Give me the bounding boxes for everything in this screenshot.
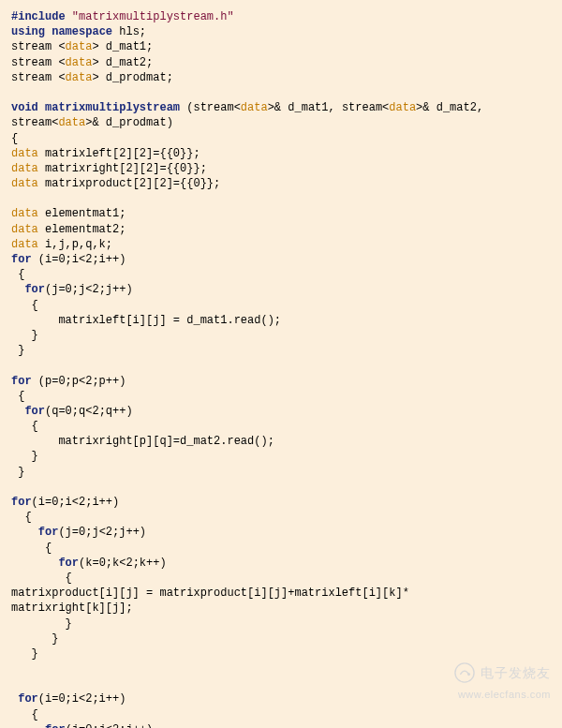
brace-close: } xyxy=(32,647,38,661)
brace-open: { xyxy=(32,420,38,433)
brace-open: { xyxy=(45,542,52,555)
type-data: data xyxy=(11,238,38,251)
type-data: data xyxy=(11,147,38,160)
decl-elementmat2: elementmat2; xyxy=(38,223,126,236)
brace-close: } xyxy=(18,344,24,357)
keyword-for: for xyxy=(11,253,32,266)
mult-line2: matrixright[k][j]; xyxy=(11,602,133,615)
stream-decl-2: stream <data> d_mat2; xyxy=(11,56,153,69)
matrixright-read: matrixright[p][q]=d_mat2.read(); xyxy=(11,435,274,448)
signature-part1: (stream< xyxy=(180,101,241,114)
for-i3-header: (i=0;i<2;i++) xyxy=(38,692,126,706)
stream-decl-1: stream <data> d_mat1; xyxy=(11,40,153,53)
type-data: data xyxy=(11,207,38,220)
for-i-header: (i=0;i<2;i++) xyxy=(32,253,126,266)
brace-open: { xyxy=(32,708,38,721)
signature-line2b: >& d_prodmat) xyxy=(85,116,173,129)
decl-matrixright: matrixright[2][2]={{0}}; xyxy=(38,162,207,175)
keyword-using: using xyxy=(11,25,45,38)
mult-line1: matrixproduct[i][j] = matrixproduct[i][j… xyxy=(11,587,409,600)
keyword-for: for xyxy=(24,283,45,296)
type-data: data xyxy=(58,116,85,129)
keyword-for: for xyxy=(45,723,66,728)
keyword-void: void xyxy=(11,101,38,114)
for-i2-header: (i=0;i<2;i++) xyxy=(32,496,120,509)
brace-close: } xyxy=(52,632,58,646)
for-q-header: (q=0;q<2;q++) xyxy=(45,405,133,418)
signature-part2: >& d_mat1, stream< xyxy=(268,101,390,114)
function-name: matrixmultiplystream xyxy=(45,101,180,114)
signature-line2a: stream< xyxy=(11,116,58,129)
brace-open: { xyxy=(24,511,31,524)
keyword-namespace: namespace xyxy=(52,25,112,38)
type-data: data xyxy=(11,162,38,175)
brace-open: { xyxy=(32,299,38,312)
keyword-for: for xyxy=(11,375,32,388)
for-p-header: (p=0;p<2;p++) xyxy=(32,375,126,388)
brace-close: } xyxy=(32,329,38,342)
decl-indices: i,j,p,q,k; xyxy=(38,238,112,251)
brace-close: } xyxy=(66,617,72,631)
include-string: "matrixmultiplystream.h" xyxy=(72,10,234,23)
decl-elementmat1: elementmat1; xyxy=(38,207,126,220)
type-data: data xyxy=(11,223,38,236)
decl-matrixproduct: matrixproduct[2][2]={{0}}; xyxy=(38,177,220,190)
keyword-include: #include xyxy=(11,10,66,23)
signature-part3: >& d_mat2, xyxy=(416,101,483,114)
decl-matrixleft: matrixleft[2][2]={{0}}; xyxy=(38,147,200,160)
code-block: #include "matrixmultiplystream.h" using … xyxy=(0,0,562,728)
type-data: data xyxy=(241,101,268,114)
keyword-for: for xyxy=(24,405,45,418)
namespace-name: hls; xyxy=(112,25,146,38)
keyword-for: for xyxy=(18,692,38,706)
keyword-for: for xyxy=(58,557,79,570)
brace-open: { xyxy=(18,268,24,281)
keyword-for: for xyxy=(38,526,59,539)
type-data: data xyxy=(389,101,416,114)
brace-open: { xyxy=(11,132,18,145)
brace-open: { xyxy=(66,572,72,585)
brace-close: } xyxy=(18,466,24,479)
type-data: data xyxy=(11,177,38,190)
for-j2-header: (j=0;j<2;j++) xyxy=(58,526,146,539)
for-j3-header: (j=0;j<2;j++) xyxy=(66,723,154,728)
matrixleft-read: matrixleft[i][j] = d_mat1.read(); xyxy=(11,314,281,327)
for-k-header: (k=0;k<2;k++) xyxy=(79,557,167,570)
for-j-header: (j=0;j<2;j++) xyxy=(45,283,133,296)
stream-decl-3: stream <data> d_prodmat; xyxy=(11,71,173,84)
keyword-for: for xyxy=(11,496,32,509)
brace-close: } xyxy=(32,450,38,463)
brace-open: { xyxy=(18,390,24,403)
